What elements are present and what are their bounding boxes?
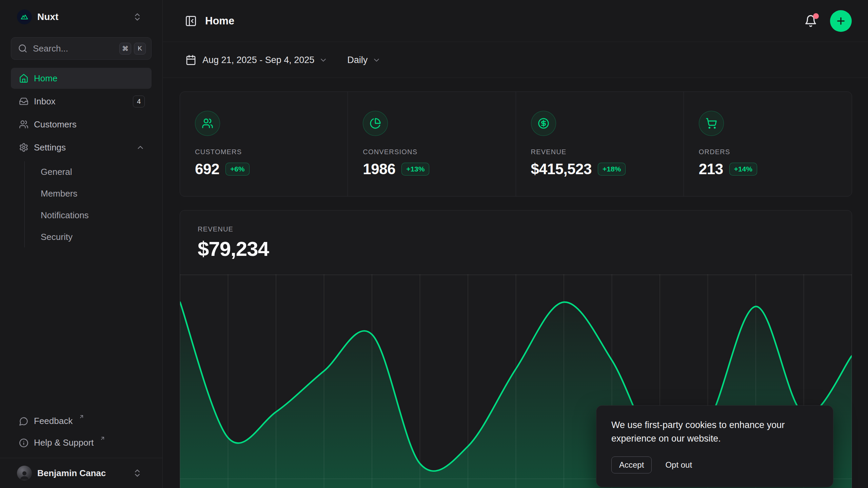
search-placeholder: Search... bbox=[33, 43, 68, 54]
stat-revenue[interactable]: REVENUE $415,523 +18% bbox=[516, 92, 684, 196]
stat-customers[interactable]: CUSTOMERS 692 +6% bbox=[180, 92, 348, 196]
chevron-down-icon bbox=[372, 56, 381, 64]
sidebar-item-label: Home bbox=[34, 73, 57, 84]
granularity-select[interactable]: Daily bbox=[347, 55, 381, 65]
stat-value: 1986 bbox=[363, 161, 395, 178]
sub-item-label: Notifications bbox=[41, 210, 89, 221]
help-support-label: Help & Support bbox=[34, 438, 94, 448]
notifications-button[interactable] bbox=[804, 15, 817, 27]
sidebar-collapse-icon[interactable] bbox=[185, 15, 197, 27]
accept-button[interactable]: Accept bbox=[611, 456, 652, 473]
stat-value: 692 bbox=[195, 161, 219, 178]
sidebar-item-label: Inbox bbox=[34, 96, 56, 107]
stat-label: CONVERSIONS bbox=[363, 148, 500, 156]
stat-value: $415,523 bbox=[531, 161, 592, 178]
inbox-icon bbox=[19, 97, 28, 106]
user-name: Benjamin Canac bbox=[37, 468, 106, 479]
stat-delta-badge: +13% bbox=[401, 163, 429, 176]
feedback-label: Feedback bbox=[34, 416, 73, 426]
sub-item-label: General bbox=[41, 167, 72, 177]
sidebar-spacer bbox=[0, 247, 162, 411]
page-title: Home bbox=[205, 15, 234, 27]
revenue-chart-label: REVENUE bbox=[198, 225, 834, 233]
sidebar-item-customers[interactable]: Customers bbox=[11, 114, 152, 135]
external-link-icon bbox=[100, 435, 105, 441]
circle-dollar-icon bbox=[531, 111, 556, 136]
revenue-chart-value: $79,234 bbox=[198, 237, 834, 261]
stat-label: REVENUE bbox=[531, 148, 669, 156]
users-icon bbox=[195, 111, 220, 136]
sidebar-item-members[interactable]: Members bbox=[36, 183, 152, 204]
cookie-banner: We use first-party cookies to enhance yo… bbox=[596, 405, 833, 487]
search-icon bbox=[18, 44, 27, 53]
workspace-switcher[interactable]: Nuxt bbox=[0, 0, 162, 33]
chevron-down-icon bbox=[319, 56, 328, 64]
stat-label: CUSTOMERS bbox=[195, 148, 333, 156]
granularity-label: Daily bbox=[347, 55, 368, 65]
stat-value: 213 bbox=[699, 161, 723, 178]
sidebar-item-settings[interactable]: Settings bbox=[11, 137, 152, 158]
home-icon bbox=[19, 74, 28, 83]
sidebar-nav: Home Inbox 4 Customers Settings bbox=[11, 68, 152, 247]
sidebar-item-inbox[interactable]: Inbox 4 bbox=[11, 91, 152, 112]
add-button[interactable] bbox=[830, 10, 852, 32]
inbox-unread-badge: 4 bbox=[133, 96, 145, 107]
gear-icon bbox=[19, 143, 28, 152]
avatar bbox=[17, 466, 32, 481]
sidebar-item-notifications[interactable]: Notifications bbox=[36, 205, 152, 226]
page-header: Home bbox=[163, 0, 868, 42]
stat-delta-badge: +14% bbox=[729, 163, 757, 176]
pie-chart-icon bbox=[363, 111, 388, 136]
sidebar-item-security[interactable]: Security bbox=[36, 226, 152, 247]
feedback-link[interactable]: Feedback bbox=[11, 411, 152, 431]
info-circle-icon bbox=[19, 438, 28, 448]
chevrons-up-down-icon bbox=[133, 468, 142, 478]
message-circle-icon bbox=[19, 416, 28, 426]
sub-item-label: Security bbox=[41, 232, 73, 242]
revenue-chart-header: REVENUE $79,234 bbox=[180, 210, 852, 261]
search-shortcut: ⌘ K bbox=[119, 43, 146, 55]
k-key: K bbox=[134, 43, 146, 55]
sidebar-footer: Feedback Help & Support bbox=[11, 411, 152, 453]
chevrons-up-down-icon bbox=[133, 12, 142, 22]
sidebar: Nuxt Search... ⌘ K Home bbox=[0, 0, 163, 488]
stat-label: ORDERS bbox=[699, 148, 837, 156]
sidebar-item-general[interactable]: General bbox=[36, 161, 152, 182]
external-link-icon bbox=[79, 414, 84, 420]
users-icon bbox=[19, 120, 28, 129]
stat-conversions[interactable]: CONVERSIONS 1986 +13% bbox=[348, 92, 516, 196]
search-input[interactable]: Search... ⌘ K bbox=[11, 37, 152, 60]
shopping-cart-icon bbox=[699, 111, 724, 136]
help-support-link[interactable]: Help & Support bbox=[11, 433, 152, 453]
dashboard-app: Nuxt Search... ⌘ K Home bbox=[0, 0, 868, 488]
stat-delta-badge: +6% bbox=[225, 163, 250, 176]
user-menu[interactable]: Benjamin Canac bbox=[0, 458, 162, 488]
stats-card: CUSTOMERS 692 +6% CONVERSIONS 1986 +13% … bbox=[180, 92, 852, 197]
stat-delta-badge: +18% bbox=[598, 163, 626, 176]
stat-orders[interactable]: ORDERS 213 +14% bbox=[684, 92, 852, 196]
workspace-name: Nuxt bbox=[37, 12, 58, 22]
cmd-key: ⌘ bbox=[119, 43, 131, 55]
cookie-message: We use first-party cookies to enhance yo… bbox=[611, 419, 818, 446]
date-range-picker[interactable]: Aug 21, 2025 - Sep 4, 2025 bbox=[185, 55, 328, 65]
header-actions bbox=[804, 10, 852, 32]
nuxt-logo-icon bbox=[17, 9, 32, 24]
date-range-label: Aug 21, 2025 - Sep 4, 2025 bbox=[202, 55, 314, 65]
settings-sub-nav: General Members Notifications Security bbox=[24, 161, 152, 247]
sidebar-item-label: Customers bbox=[34, 119, 77, 130]
notification-dot bbox=[813, 13, 819, 19]
sidebar-item-label: Settings bbox=[34, 142, 66, 153]
sidebar-item-home[interactable]: Home bbox=[11, 68, 152, 89]
opt-out-button[interactable]: Opt out bbox=[665, 460, 692, 470]
cookie-actions: Accept Opt out bbox=[611, 456, 818, 473]
calendar-icon bbox=[185, 55, 196, 65]
chevron-up-icon bbox=[136, 143, 145, 152]
sub-item-label: Members bbox=[41, 188, 77, 199]
filters-toolbar: Aug 21, 2025 - Sep 4, 2025 Daily bbox=[163, 42, 868, 78]
